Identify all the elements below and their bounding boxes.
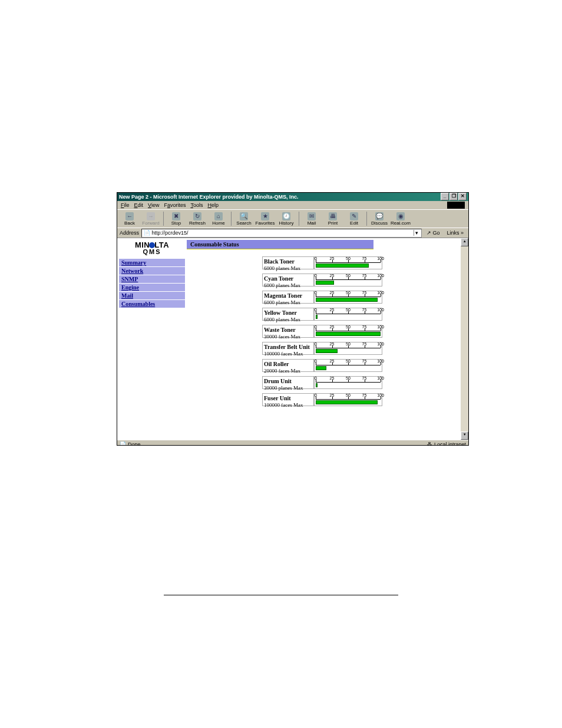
- consumable-name: Waste Toner: [264, 327, 312, 333]
- nav-engine[interactable]: Engine: [119, 284, 185, 291]
- scroll-down-icon[interactable]: ▾: [461, 431, 468, 440]
- scroll-track[interactable]: [461, 246, 468, 431]
- scale-tick-label: 0: [315, 256, 317, 261]
- stop-button[interactable]: ✖Stop: [166, 212, 186, 226]
- consumable-row: Transfer Belt Unit100000 faces Max025507…: [262, 342, 461, 355]
- mail-button[interactable]: ✉Mail: [302, 212, 322, 226]
- consumable-max: 6000 planes Max: [264, 299, 300, 305]
- statusbar: 📄 Done 🖧 Local intranet: [117, 440, 468, 446]
- scale-tick-label: 100: [377, 291, 384, 295]
- realcom-button[interactable]: ◉Real.com: [391, 212, 411, 226]
- consumable-max: 20000 faces Max: [264, 368, 300, 374]
- gauge-track: [316, 263, 381, 268]
- menu-help[interactable]: Help: [207, 202, 219, 208]
- menu-edit[interactable]: Edit: [134, 202, 144, 208]
- menu-view[interactable]: View: [148, 202, 159, 208]
- scale-tick-label: 0: [315, 274, 317, 278]
- home-icon: ⌂: [214, 212, 223, 220]
- consumable-label: Waste Toner30000 faces Max: [262, 325, 314, 338]
- print-button[interactable]: 🖶Print: [323, 212, 343, 226]
- scale-tick-label: 75: [362, 342, 367, 346]
- consumable-gauge: 0255075100: [314, 359, 382, 372]
- consumable-max: 100000 faces Max: [264, 402, 303, 408]
- scale-tick-label: 75: [362, 256, 367, 261]
- favorites-button[interactable]: ★Favorites: [255, 212, 275, 226]
- consumable-gauge: 0255075100: [314, 256, 382, 269]
- scale-tick-label: 100: [377, 342, 384, 346]
- scale-tick-label: 50: [346, 274, 351, 278]
- vertical-scrollbar[interactable]: ▴ ▾: [461, 238, 468, 440]
- go-button[interactable]: ↗ Go: [424, 230, 442, 236]
- scale-tick-label: 0: [315, 359, 317, 363]
- scale-tick-label: 50: [346, 342, 351, 346]
- menu-tools[interactable]: Tools: [190, 202, 203, 208]
- menu-favorites[interactable]: Favorites: [164, 202, 186, 208]
- maximize-button[interactable]: ❐: [449, 193, 458, 200]
- refresh-icon: ↻: [193, 212, 201, 220]
- gauge-track: [316, 281, 381, 285]
- realcom-icon: ◉: [396, 212, 405, 220]
- toolbar-separator: [299, 212, 299, 226]
- links-button[interactable]: Links »: [444, 230, 466, 236]
- nav-mail[interactable]: Mail: [119, 292, 185, 299]
- scale-tick-label: 75: [362, 376, 367, 380]
- forward-icon: →: [147, 212, 155, 220]
- close-button[interactable]: ✕: [458, 193, 467, 200]
- forward-button[interactable]: →Forward: [141, 212, 161, 226]
- scale-tick-label: 50: [346, 308, 351, 312]
- consumable-name: Black Toner: [264, 258, 312, 265]
- discuss-icon: 💬: [375, 212, 384, 220]
- scale-tick-label: 25: [330, 359, 335, 363]
- consumables-table: Black Toner6000 planes Max0255075100Cyan…: [262, 256, 461, 406]
- scale-tick-label: 25: [330, 291, 335, 295]
- consumable-name: Transfer Belt Unit: [264, 344, 312, 350]
- consumable-row: Black Toner6000 planes Max0255075100: [262, 256, 461, 269]
- home-button[interactable]: ⌂Home: [209, 212, 229, 226]
- edit-button[interactable]: ✎Edit: [344, 212, 364, 226]
- back-button[interactable]: ←Back: [120, 212, 140, 226]
- scroll-up-icon[interactable]: ▴: [461, 238, 468, 246]
- consumable-name: Cyan Toner: [264, 275, 312, 282]
- nav-summary[interactable]: Summary: [119, 259, 185, 266]
- nav-snmp[interactable]: SNMP: [119, 275, 185, 283]
- gauge-scale: 0255075100: [316, 360, 381, 365]
- consumable-label: Cyan Toner6000 planes Max: [262, 274, 314, 286]
- nav-network[interactable]: Network: [119, 267, 185, 275]
- consumable-label: Fuser Unit100000 faces Max: [262, 393, 314, 406]
- gauge-fill: [316, 349, 338, 353]
- refresh-button[interactable]: ↻Refresh: [187, 212, 207, 226]
- scale-tick-label: 0: [315, 393, 317, 397]
- consumable-name: Oil Roller: [264, 361, 312, 367]
- consumable-max: 6000 planes Max: [264, 282, 300, 288]
- consumable-row: Waste Toner30000 faces Max0255075100: [262, 325, 461, 338]
- discuss-button[interactable]: 💬Discuss: [369, 212, 389, 226]
- scale-tick-label: 100: [377, 393, 384, 397]
- gauge-track: [316, 349, 381, 353]
- gauge-track: [316, 400, 381, 404]
- scale-tick-label: 100: [377, 376, 384, 380]
- toolbar: ←Back →Forward ✖Stop ↻Refresh ⌂Home 🔍Sea…: [117, 209, 468, 228]
- gauge-fill: [316, 298, 378, 302]
- consumable-max: 30000 faces Max: [264, 334, 300, 340]
- history-icon: 🕘: [282, 212, 290, 220]
- gauge-scale: 0255075100: [316, 258, 381, 263]
- address-input[interactable]: 📄 http://pcrdev15/ ▾: [141, 229, 422, 238]
- window-title: New Page 2 - Microsoft Internet Explorer…: [119, 193, 299, 201]
- search-button[interactable]: 🔍Search: [234, 212, 254, 226]
- consumable-gauge: 0255075100: [314, 325, 382, 338]
- menu-file[interactable]: File: [121, 202, 130, 208]
- scale-tick-label: 50: [346, 393, 351, 397]
- sidebar: MINLTA QMS Summary Network SNMP Engine M…: [117, 238, 187, 440]
- minimize-button[interactable]: _: [441, 193, 449, 200]
- security-zone: 🖧 Local intranet: [427, 442, 466, 446]
- consumable-label: Oil Roller20000 faces Max: [262, 359, 314, 372]
- scale-tick-label: 75: [362, 359, 367, 363]
- nav-consumables[interactable]: Consumables: [119, 300, 185, 308]
- history-button[interactable]: 🕘History: [276, 212, 296, 226]
- section-heading: Consumable Status: [187, 240, 373, 249]
- menubar: File Edit View Favorites Tools Help: [117, 201, 468, 209]
- gauge-scale: 0255075100: [316, 309, 381, 314]
- gauge-fill: [316, 315, 318, 319]
- address-dropdown-icon[interactable]: ▾: [414, 230, 419, 236]
- scale-tick-label: 75: [362, 393, 367, 397]
